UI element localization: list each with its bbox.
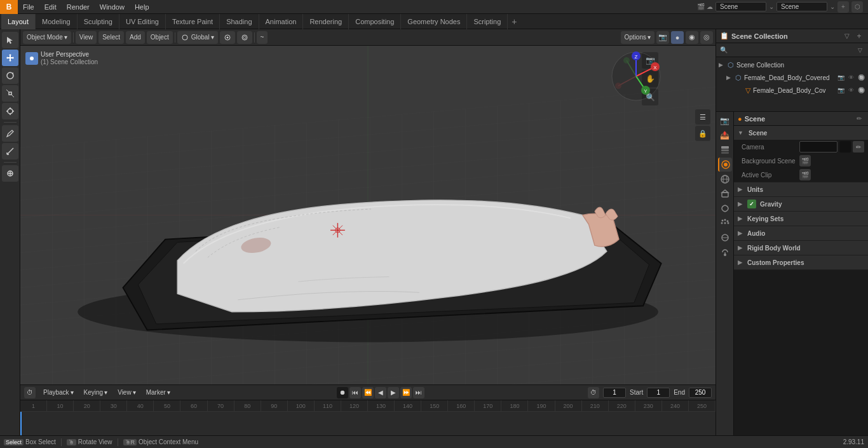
- timeline-track[interactable]: [20, 412, 715, 435]
- scene-name-input[interactable]: Scene: [715, 2, 766, 11]
- expand-scene-collection[interactable]: ▶: [719, 62, 726, 68]
- vis-camera-1[interactable]: 📷: [836, 73, 845, 82]
- jump-start-btn[interactable]: ⏮: [349, 387, 361, 398]
- tab-modeling[interactable]: Modeling: [36, 14, 78, 29]
- jump-end-btn[interactable]: ⏭: [413, 387, 424, 398]
- tab-texture-paint[interactable]: Texture Paint: [166, 14, 220, 29]
- scene-add-icon[interactable]: +: [837, 1, 849, 13]
- timeline-keying-btn[interactable]: Keying ▾: [80, 388, 112, 397]
- tab-shading[interactable]: Shading: [220, 14, 259, 29]
- face-select-icon[interactable]: ☰: [695, 109, 710, 125]
- tool-add-object[interactable]: [2, 165, 18, 182]
- tool-annotate[interactable]: [2, 125, 18, 142]
- scene-section-header[interactable]: ▼ Scene: [734, 126, 868, 140]
- prop-icon-particles[interactable]: [718, 216, 732, 230]
- tab-geometry-nodes[interactable]: Geometry Nodes: [401, 14, 467, 29]
- outliner-mesh-item[interactable]: ▽ Female_Dead_Body_Cov 📷 👁 🔘: [716, 84, 868, 97]
- outliner-filter-btn[interactable]: ▽: [842, 31, 852, 41]
- viewport-options-btn[interactable]: Options ▾: [621, 31, 654, 44]
- timeline-playback-btn[interactable]: Playback ▾: [39, 388, 78, 397]
- vis-eye-1[interactable]: 👁: [846, 73, 855, 82]
- camera-color-btn[interactable]: [839, 141, 851, 153]
- outliner-scene-collection[interactable]: ▶ ⬡ Scene Collection: [716, 58, 868, 71]
- current-frame-input[interactable]: 1: [603, 388, 626, 398]
- frame-clock-icon[interactable]: ⏱: [588, 387, 599, 398]
- tab-rendering[interactable]: Rendering: [303, 14, 349, 29]
- tool-scale[interactable]: [2, 85, 18, 102]
- background-scene-icon-btn[interactable]: 🎬: [799, 155, 811, 166]
- viewport-gizmo[interactable]: X Y Z: [611, 51, 661, 102]
- outliner-search-input[interactable]: [730, 46, 853, 53]
- timeline-marker-btn[interactable]: Marker ▾: [142, 388, 174, 397]
- units-header[interactable]: ▶ Units: [734, 182, 868, 196]
- viewport-3d[interactable]: User Perspective (1) Scene Collection 📷 …: [20, 46, 715, 384]
- prop-icon-modifier[interactable]: [718, 201, 732, 215]
- record-btn[interactable]: ⏺: [337, 387, 348, 398]
- viewport-shading-rendered[interactable]: ◎: [700, 31, 713, 44]
- tab-add-button[interactable]: +: [508, 15, 520, 28]
- viewport-select-btn[interactable]: Select: [98, 31, 124, 44]
- viewport-add-btn[interactable]: Add: [126, 31, 145, 44]
- proportional-edit-btn[interactable]: [237, 31, 252, 44]
- tool-cursor[interactable]: [2, 32, 18, 48]
- viewport-object-btn[interactable]: Object: [147, 31, 173, 44]
- outliner-add-btn[interactable]: +: [854, 31, 864, 41]
- scene-link-icon[interactable]: ⬡: [851, 1, 863, 13]
- camera-edit-btn[interactable]: ✏: [853, 141, 864, 153]
- tool-measure[interactable]: [2, 143, 18, 160]
- viewport-shading-material[interactable]: ◉: [686, 31, 698, 44]
- menu-file[interactable]: File: [18, 2, 39, 12]
- viewport-mode-button[interactable]: Object Mode▾: [23, 31, 71, 44]
- gravity-checkbox[interactable]: ✓: [747, 200, 756, 208]
- audio-header[interactable]: ▶ Audio: [734, 226, 868, 240]
- outliner-collection-item[interactable]: ▶ ⬡ Female_Dead_Body_Covered 📷 👁 🔘: [716, 71, 868, 84]
- menu-edit[interactable]: Edit: [39, 2, 62, 12]
- transform-orientation-btn[interactable]: Global ▾: [177, 31, 218, 44]
- play-forward-btn[interactable]: ▶: [388, 387, 399, 398]
- vis-eye-2[interactable]: 👁: [846, 86, 855, 95]
- rigid-body-header[interactable]: ▶ Rigid Body World: [734, 241, 868, 255]
- camera-view-btn[interactable]: 📷: [656, 31, 669, 44]
- frame-end-input[interactable]: 250: [689, 388, 712, 398]
- prop-icon-render[interactable]: 📷: [718, 114, 732, 128]
- menu-help[interactable]: Help: [130, 2, 154, 12]
- prop-icon-output[interactable]: 📤: [718, 128, 732, 142]
- viewport-view-btn[interactable]: View: [76, 31, 97, 44]
- timeline-type-icon[interactable]: ⏱: [24, 387, 36, 398]
- step-back-btn[interactable]: ⏪: [362, 387, 374, 398]
- tool-move[interactable]: [2, 50, 18, 66]
- view-layer-input[interactable]: Scene: [776, 2, 827, 11]
- custom-props-header[interactable]: ▶ Custom Properties: [734, 255, 868, 269]
- vis-render-1[interactable]: 🔘: [857, 73, 865, 82]
- prop-icon-physics[interactable]: [718, 231, 732, 245]
- vis-camera-2[interactable]: 📷: [836, 86, 845, 95]
- tool-rotate[interactable]: [2, 67, 18, 84]
- tab-scripting[interactable]: Scripting: [467, 14, 508, 29]
- props-edit-btn[interactable]: ✏: [854, 114, 864, 124]
- vis-render-2[interactable]: 🔘: [857, 86, 865, 95]
- tool-transform[interactable]: [2, 103, 18, 119]
- frame-start-input[interactable]: 1: [647, 388, 670, 398]
- menu-render[interactable]: Render: [62, 2, 95, 12]
- tab-layout[interactable]: Layout: [1, 14, 36, 29]
- graph-btn[interactable]: ~: [257, 31, 268, 44]
- prop-icon-world[interactable]: [718, 172, 732, 186]
- menu-window[interactable]: Window: [95, 2, 130, 12]
- viewport-shading-solid[interactable]: ●: [671, 31, 684, 44]
- prop-icon-view-layer[interactable]: [718, 143, 732, 157]
- tab-animation[interactable]: Animation: [259, 14, 304, 29]
- outliner-type-filter[interactable]: ▽: [855, 46, 864, 55]
- viewport-lock-icon[interactable]: 🔒: [695, 126, 710, 141]
- active-clip-icon-btn[interactable]: 🎬: [799, 169, 811, 180]
- snap-toggle-btn[interactable]: [220, 31, 235, 44]
- step-fwd-btn[interactable]: ⏩: [400, 387, 412, 398]
- expand-collection[interactable]: ▶: [726, 74, 734, 81]
- timeline-view-btn[interactable]: View ▾: [114, 388, 140, 397]
- tab-sculpting[interactable]: Sculpting: [78, 14, 119, 29]
- prop-icon-object[interactable]: [718, 187, 732, 201]
- camera-select-field[interactable]: [799, 141, 837, 153]
- keying-sets-header[interactable]: ▶ Keying Sets: [734, 212, 868, 226]
- play-back-btn[interactable]: ◀: [375, 387, 386, 398]
- prop-icon-scene[interactable]: [718, 158, 732, 172]
- tab-uv-editing[interactable]: UV Editing: [119, 14, 166, 29]
